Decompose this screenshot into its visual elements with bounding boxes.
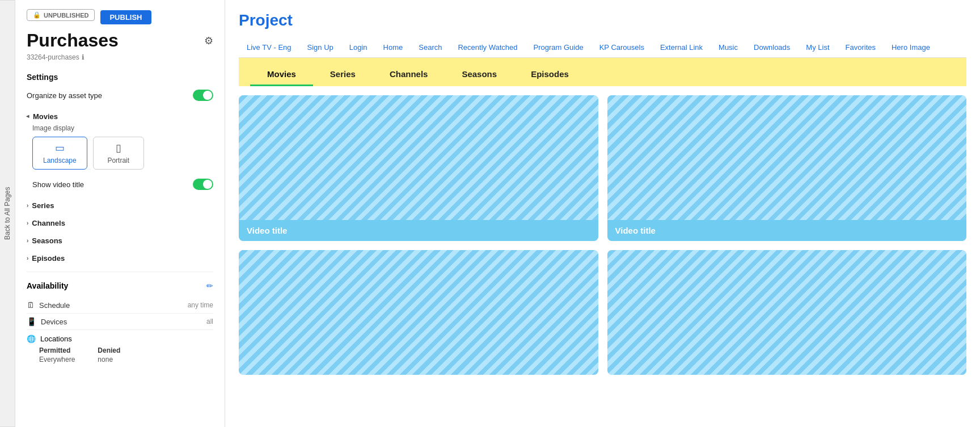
asset-tab-channels[interactable]: Channels xyxy=(373,64,445,86)
series-chevron-icon: › xyxy=(27,202,28,209)
organize-toggle[interactable] xyxy=(193,90,213,101)
seasons-section: › Seasons xyxy=(27,233,213,248)
nav-tab[interactable]: Search xyxy=(411,39,450,57)
show-video-title-row: Show video title xyxy=(32,176,213,192)
devices-label: Devices xyxy=(41,318,67,326)
channels-label: Channels xyxy=(32,219,65,227)
publish-button[interactable]: PUBLISH xyxy=(100,10,151,24)
channels-collapse-header[interactable]: › Channels xyxy=(27,215,213,231)
video-thumbnail xyxy=(239,250,598,375)
info-icon: ℹ xyxy=(82,53,85,61)
calendar-icon: 🗓 xyxy=(27,301,35,310)
series-collapse-header[interactable]: › Series xyxy=(27,198,213,213)
permitted-header: Permitted xyxy=(39,346,75,354)
device-icon: 📱 xyxy=(27,317,36,326)
denied-header: Denied xyxy=(98,346,120,354)
nav-tab[interactable]: Downloads xyxy=(746,39,798,57)
movies-label: Movies xyxy=(33,112,58,121)
landscape-option[interactable]: ▭ Landscape xyxy=(32,137,87,170)
left-panel: 🔒 UNPUBLISHED PUBLISH Purchases ⚙ 33264-… xyxy=(15,0,225,427)
availability-edit-button[interactable]: ✏ xyxy=(206,281,213,290)
show-video-title-toggle[interactable] xyxy=(193,179,213,190)
nav-tab[interactable]: My List xyxy=(798,39,837,57)
series-label: Series xyxy=(32,201,54,210)
image-display-options: ▭ Landscape ▯ Portrait xyxy=(32,137,213,170)
organize-by-asset-type-row: Organize by asset type xyxy=(27,90,213,101)
video-title-bar: Video title xyxy=(607,220,967,241)
movies-expanded-content: Image display ▭ Landscape ▯ Portrait Sho… xyxy=(27,124,213,192)
seasons-collapse-header[interactable]: › Seasons xyxy=(27,233,213,248)
schedule-row: 🗓 Schedule any time xyxy=(27,297,213,314)
asset-tab-episodes[interactable]: Episodes xyxy=(514,64,586,86)
nav-tab[interactable]: Recently Watched xyxy=(450,39,525,57)
channels-section: › Channels xyxy=(27,215,213,231)
movies-chevron-icon: ▾ xyxy=(25,115,31,118)
nav-tab[interactable]: Favorites xyxy=(838,39,884,57)
main-area: Project Live TV - EngSign UpLoginHomeSea… xyxy=(225,0,980,427)
portrait-icon: ▯ xyxy=(116,142,121,154)
movies-section: ▾ Movies Image display ▭ Landscape ▯ Por… xyxy=(27,109,213,192)
settings-section-title: Settings xyxy=(27,73,213,82)
nav-tab[interactable]: Hero Image xyxy=(884,39,938,57)
video-thumbnail xyxy=(239,95,598,220)
portrait-option[interactable]: ▯ Portrait xyxy=(93,137,144,170)
globe-icon: 🌐 xyxy=(27,335,36,343)
back-to-all-pages-tab[interactable]: Back to All Pages xyxy=(0,0,15,427)
locations-sub: Permitted Everywhere Denied none xyxy=(27,346,213,363)
video-title-bar: Video title xyxy=(239,220,598,241)
video-card[interactable] xyxy=(239,250,598,375)
availability-header: Availability ✏ xyxy=(27,281,213,290)
page-id-text: 33264-purchases xyxy=(27,53,79,61)
channels-chevron-icon: › xyxy=(27,220,28,226)
permitted-value: Everywhere xyxy=(39,356,75,363)
project-title: Project xyxy=(239,11,966,29)
video-card[interactable]: Video title xyxy=(239,95,598,241)
nav-tab[interactable]: External Link xyxy=(652,39,711,57)
nav-tabs: Live TV - EngSign UpLoginHomeSearchRecen… xyxy=(239,39,966,58)
asset-tab-seasons[interactable]: Seasons xyxy=(445,64,514,86)
page-id: 33264-purchases ℹ xyxy=(27,53,213,61)
nav-tab[interactable]: Home xyxy=(375,39,411,57)
settings-gear-button[interactable]: ⚙ xyxy=(204,35,213,47)
unpublished-badge: 🔒 UNPUBLISHED xyxy=(27,9,95,21)
video-card[interactable] xyxy=(607,250,967,375)
nav-tab[interactable]: Live TV - Eng xyxy=(239,39,299,57)
episodes-collapse-header[interactable]: › Episodes xyxy=(27,251,213,266)
asset-tab-movies[interactable]: Movies xyxy=(250,64,313,86)
status-badge-text: UNPUBLISHED xyxy=(44,12,88,19)
organize-label: Organize by asset type xyxy=(27,91,102,100)
back-tab-label: Back to All Pages xyxy=(3,187,11,240)
video-thumbnail xyxy=(607,250,967,375)
seasons-chevron-icon: › xyxy=(27,238,28,244)
page-title: Purchases xyxy=(27,30,119,51)
episodes-section: › Episodes xyxy=(27,251,213,266)
devices-row: 📱 Devices all xyxy=(27,314,213,330)
devices-value: all xyxy=(206,318,213,325)
asset-tabs-container: MoviesSeriesChannelsSeasonsEpisodes xyxy=(239,58,966,86)
schedule-label: Schedule xyxy=(39,301,70,310)
locations-row: 🌐 Locations Permitted Everywhere Denied … xyxy=(27,330,213,368)
asset-tabs: MoviesSeriesChannelsSeasonsEpisodes xyxy=(250,64,955,86)
nav-tab[interactable]: Sign Up xyxy=(299,39,341,57)
movies-collapse-header[interactable]: ▾ Movies xyxy=(27,109,213,124)
asset-tab-series[interactable]: Series xyxy=(313,64,373,86)
landscape-icon: ▭ xyxy=(55,142,65,154)
video-card[interactable]: Video title xyxy=(607,95,967,241)
video-grid: Video titleVideo title xyxy=(239,86,966,384)
locations-label: Locations xyxy=(40,335,72,343)
show-video-title-label: Show video title xyxy=(32,180,84,189)
denied-value: none xyxy=(98,356,120,363)
nav-tab[interactable]: Login xyxy=(341,39,375,57)
lock-icon: 🔒 xyxy=(33,11,41,19)
video-thumbnail xyxy=(607,95,967,220)
availability-title: Availability xyxy=(27,281,68,290)
seasons-label: Seasons xyxy=(32,236,62,245)
schedule-value: any time xyxy=(188,301,213,309)
episodes-chevron-icon: › xyxy=(27,255,28,261)
landscape-label: Landscape xyxy=(43,157,77,164)
image-display-label: Image display xyxy=(32,124,213,132)
nav-tab[interactable]: Program Guide xyxy=(526,39,592,57)
episodes-label: Episodes xyxy=(32,254,65,263)
nav-tab[interactable]: Music xyxy=(711,39,746,57)
nav-tab[interactable]: KP Carousels xyxy=(592,39,652,57)
